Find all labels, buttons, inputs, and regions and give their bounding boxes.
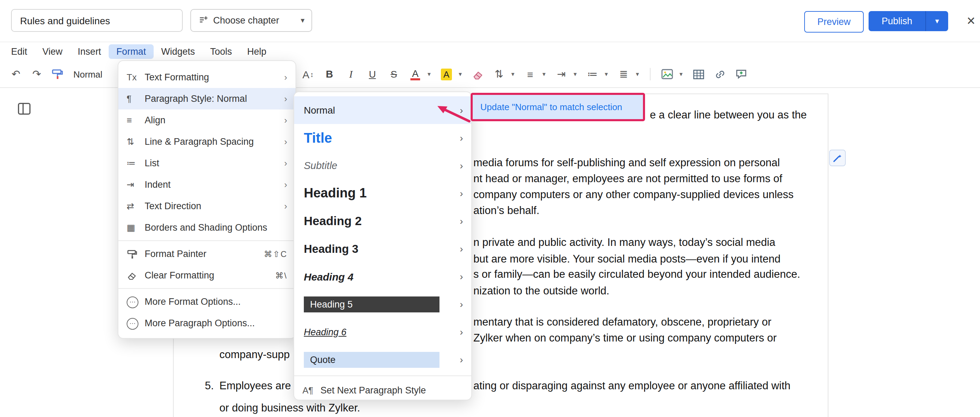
redo-icon[interactable]: ↷	[28, 65, 46, 83]
publish-dropdown-button[interactable]: ▾	[925, 11, 948, 31]
close-button[interactable]: ×	[963, 12, 978, 30]
menu-tools[interactable]: Tools	[202, 44, 239, 59]
underline-icon[interactable]: U	[363, 65, 381, 83]
menu-format[interactable]: Format	[109, 44, 154, 59]
format-painter-icon[interactable]	[48, 65, 67, 83]
submenu-chevron-icon: ›	[284, 136, 287, 147]
submenu-chevron-icon: ›	[284, 115, 287, 125]
document-title-input[interactable]	[11, 9, 183, 32]
menu-item-indent[interactable]: ⇥ Indent ›	[118, 174, 296, 195]
menu-divider	[118, 240, 296, 241]
align-chevron-icon[interactable]: ▾	[539, 65, 549, 83]
menu-item-borders-shading[interactable]: ▦ Borders and Shading Options	[118, 217, 296, 238]
menu-item-list[interactable]: ≔ List ›	[118, 152, 296, 174]
menu-view[interactable]: View	[35, 44, 70, 59]
strikethrough-icon[interactable]: S	[385, 65, 403, 83]
style-item-subtitle[interactable]: Subtitle ›	[294, 152, 471, 179]
multilevel-list-icon[interactable]: ≣	[614, 65, 633, 83]
bullet-list-chevron-icon[interactable]: ▾	[601, 65, 611, 83]
bold-icon[interactable]: B	[320, 65, 339, 83]
style-item-normal[interactable]: Normal ›	[294, 96, 471, 124]
paragraph-style-dropdown[interactable]: Normal	[69, 65, 116, 83]
align-icon[interactable]: ≡	[521, 65, 539, 83]
style-item-heading-5[interactable]: Heading 5 ›	[294, 290, 471, 318]
highlight-color-chevron-icon[interactable]: ▾	[455, 65, 465, 83]
clear-formatting-icon[interactable]	[469, 65, 487, 83]
submenu-chevron-icon: ›	[460, 188, 463, 199]
font-size-icon[interactable]: A↕	[299, 65, 317, 83]
text-formatting-icon: Tx	[127, 72, 145, 82]
page-panel-icon[interactable]	[17, 101, 32, 117]
submenu-chevron-icon: ›	[460, 216, 463, 227]
quick-format-wand-icon[interactable]	[829, 150, 846, 166]
document-text: mentary that is considered defamatory, o…	[473, 316, 772, 328]
list-icon: ≔	[127, 158, 145, 168]
multilevel-list-chevron-icon[interactable]: ▾	[633, 65, 642, 83]
shortcut-label: ⌘\	[275, 270, 287, 280]
document-text: ating or disparaging against any employe…	[473, 380, 791, 392]
document-text: company computers or any other company-s…	[473, 189, 794, 201]
submenu-chevron-icon: ›	[460, 354, 463, 365]
bullet-list-icon[interactable]: ≔	[584, 65, 601, 83]
menu-divider	[294, 375, 471, 376]
submenu-chevron-icon: ›	[284, 158, 287, 168]
highlight-color-icon[interactable]: A	[438, 65, 455, 83]
italic-icon[interactable]: I	[342, 65, 360, 83]
menu-item-more-format-options[interactable]: ⋯ More Format Options...	[118, 291, 296, 312]
chevron-down-icon: ▾	[301, 16, 304, 25]
submenu-chevron-icon: ›	[460, 132, 463, 144]
menu-item-text-formatting[interactable]: Tx Text Formatting ›	[118, 67, 296, 88]
menu-item-line-paragraph-spacing[interactable]: ⇅ Line & Paragraph Spacing ›	[118, 131, 296, 152]
submenu-chevron-icon: ›	[460, 299, 463, 310]
menu-edit[interactable]: Edit	[3, 44, 35, 59]
menu-item-more-paragraph-options[interactable]: ⋯ More Paragraph Options...	[118, 312, 296, 334]
style-item-quote[interactable]: Quote ›	[294, 346, 471, 373]
annotation-update-normal-callout[interactable]: Update "Normal" to match selection	[471, 93, 645, 121]
menu-item-format-painter[interactable]: Format Painter ⌘⇧C	[118, 243, 296, 265]
insert-image-chevron-icon[interactable]: ▾	[676, 65, 686, 83]
publish-button[interactable]: Publish	[869, 11, 925, 31]
document-text: e a clear line between you as the	[650, 109, 807, 121]
submenu-chevron-icon: ›	[284, 94, 287, 104]
indent-icon[interactable]: ⇥	[552, 65, 570, 83]
menu-help[interactable]: Help	[239, 44, 274, 59]
submenu-chevron-icon: ›	[460, 105, 463, 116]
menu-widgets[interactable]: Widgets	[154, 44, 203, 59]
format-menu: Tx Text Formatting › ¶ Paragraph Style: …	[118, 60, 296, 339]
insert-link-icon[interactable]	[711, 65, 729, 83]
submenu-chevron-icon: ›	[460, 160, 463, 171]
choose-chapter-label: Choose chapter	[213, 15, 279, 26]
menu-item-paragraph-style[interactable]: ¶ Paragraph Style: Normal ›	[118, 88, 296, 109]
format-painter-icon	[127, 248, 145, 259]
insert-image-icon[interactable]	[658, 65, 676, 83]
line-spacing-icon: ⇅	[127, 136, 145, 147]
text-color-chevron-icon[interactable]: ▾	[424, 65, 434, 83]
choose-chapter-button[interactable]: Choose chapter ▾	[190, 9, 312, 32]
more-options-icon: ⋯	[127, 296, 138, 308]
submenu-chevron-icon: ›	[460, 271, 463, 282]
text-color-icon[interactable]: A	[406, 65, 424, 83]
shortcut-label: ⌘⇧C	[264, 249, 287, 259]
line-spacing-icon[interactable]: ⇅	[490, 65, 508, 83]
insert-table-icon[interactable]	[689, 65, 707, 83]
menu-item-text-direction[interactable]: ⇄ Text Direction ›	[118, 195, 296, 217]
style-item-heading-3[interactable]: Heading 3 ›	[294, 235, 471, 262]
style-item-title[interactable]: Title ›	[294, 124, 471, 152]
preview-button[interactable]: Preview	[804, 11, 864, 32]
document-text: ation’s behalf.	[473, 205, 539, 217]
menu-item-align[interactable]: ≡ Align ›	[118, 109, 296, 131]
indent-chevron-icon[interactable]: ▾	[570, 65, 580, 83]
document-text: n private and public activity. In many w…	[473, 236, 775, 249]
menu-insert[interactable]: Insert	[70, 44, 109, 59]
style-item-heading-6[interactable]: Heading 6 ›	[294, 318, 471, 346]
menu-item-clear-formatting[interactable]: Clear Formatting ⌘\	[118, 265, 296, 286]
publish-split-button[interactable]: Publish ▾	[869, 11, 948, 31]
text-direction-icon: ⇄	[127, 201, 145, 211]
undo-icon[interactable]: ↶	[7, 65, 25, 83]
line-spacing-chevron-icon[interactable]: ▾	[508, 65, 518, 83]
style-item-set-next-paragraph-style[interactable]: A¶ Set Next Paragraph Style	[294, 378, 471, 402]
style-item-heading-1[interactable]: Heading 1 ›	[294, 179, 471, 207]
style-item-heading-2[interactable]: Heading 2 ›	[294, 207, 471, 235]
insert-comment-icon[interactable]	[732, 65, 750, 83]
style-item-heading-4[interactable]: Heading 4 ›	[294, 262, 471, 290]
